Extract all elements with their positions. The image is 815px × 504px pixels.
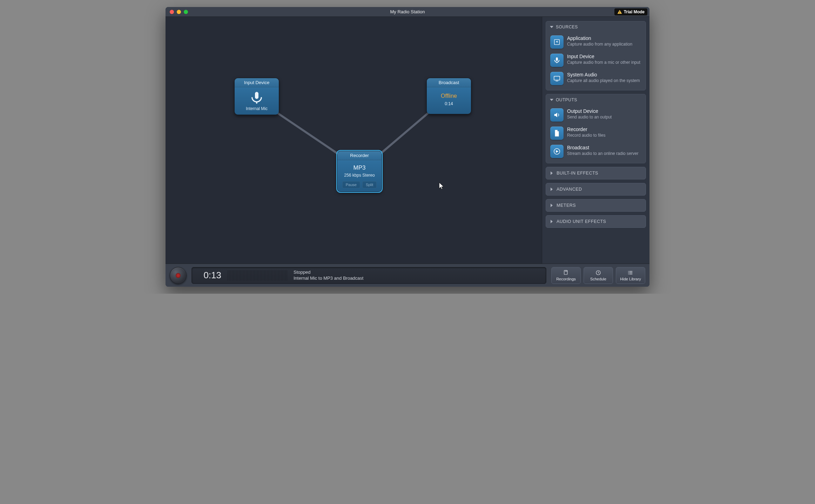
svg-rect-0 (619, 11, 620, 13)
library-sidebar: SOURCES Application Capture audio from a… (542, 17, 649, 264)
close-icon[interactable] (170, 10, 174, 14)
footer-bar: 0:13 Stopped Internal Mic to MP3 and Bro… (166, 264, 649, 287)
output-title: Output Device (567, 108, 612, 114)
source-application[interactable]: Application Capture audio from any appli… (549, 33, 643, 51)
connection-wires (166, 17, 542, 264)
svg-rect-1 (619, 13, 620, 13)
route-summary: Internal Mic to MP3 and Broadcast (294, 275, 363, 281)
status-lcd: 0:13 Stopped Internal Mic to MP3 and Bro… (191, 267, 546, 284)
minimize-icon[interactable] (177, 10, 181, 14)
panel-built-in-effects[interactable]: BUILT-IN EFFECTS (546, 167, 646, 179)
record-button[interactable] (170, 267, 187, 284)
node-header: Recorder (337, 151, 382, 160)
source-desc: Capture all audio played on the system (567, 78, 640, 83)
chevron-right-icon (550, 187, 554, 191)
source-title: Application (567, 35, 632, 41)
chevron-right-icon (550, 203, 554, 207)
svg-rect-5 (554, 76, 560, 80)
app-window: My Radio Station Trial Mode Input Device (166, 7, 649, 287)
list-icon (627, 270, 634, 276)
node-broadcast[interactable]: Broadcast Offline 0:14 (426, 78, 471, 114)
outputs-header-label: OUTPUTS (556, 97, 577, 102)
titlebar: My Radio Station Trial Mode (166, 7, 649, 17)
broadcast-time: 0:14 (445, 101, 453, 106)
application-icon (550, 35, 564, 49)
chevron-right-icon (550, 219, 554, 224)
recorder-detail: 256 kbps Stereo (344, 173, 375, 178)
chevron-right-icon (550, 171, 554, 175)
output-title: Broadcast (567, 145, 638, 151)
node-input-device[interactable]: Input Device Internal Mic (234, 78, 279, 115)
source-input-device[interactable]: Input Device Capture audio from a mic or… (549, 52, 643, 69)
traffic-lights (166, 10, 188, 14)
panel-sources: SOURCES Application Capture audio from a… (546, 21, 646, 90)
microphone-icon (250, 91, 264, 105)
collapsed-label: AUDIO UNIT EFFECTS (557, 219, 606, 224)
panel-header-sources[interactable]: SOURCES (546, 21, 646, 33)
lcd-grille (228, 270, 287, 281)
broadcast-icon (550, 145, 564, 158)
svg-point-11 (628, 272, 629, 273)
chevron-down-icon (550, 25, 554, 29)
recordings-button[interactable]: Recordings (551, 267, 581, 284)
output-desc: Stream audio to an online radio server (567, 151, 638, 156)
trial-mode-badge[interactable]: Trial Mode (614, 8, 647, 15)
source-system-audio[interactable]: System Audio Capture all audio played on… (549, 70, 643, 87)
collapsed-label: ADVANCED (557, 187, 582, 192)
monitor-icon (550, 72, 564, 85)
zoom-icon[interactable] (184, 10, 188, 14)
broadcast-status: Offline (441, 93, 457, 99)
transport-state: Stopped (294, 270, 363, 275)
input-device-label: Internal Mic (246, 106, 268, 111)
output-title: Recorder (567, 127, 605, 132)
output-broadcast[interactable]: Broadcast Stream audio to an online radi… (549, 143, 643, 160)
schedule-label: Schedule (590, 277, 606, 281)
hide-library-label: Hide Library (620, 277, 641, 281)
panel-outputs: OUTPUTS Output Device Send audio to an o… (546, 94, 646, 163)
cursor-icon (439, 182, 445, 191)
node-recorder[interactable]: Recorder MP3 256 kbps Stereo Pause Split (337, 151, 382, 192)
speaker-icon (550, 108, 564, 122)
warning-icon (617, 9, 622, 14)
node-header: Input Device (235, 78, 279, 87)
output-desc: Record audio to files (567, 133, 605, 138)
record-dot-icon (176, 273, 181, 278)
panel-header-outputs[interactable]: OUTPUTS (546, 94, 646, 105)
recordings-icon (563, 270, 569, 276)
chevron-down-icon (550, 98, 554, 102)
source-desc: Capture audio from any application (567, 42, 632, 47)
window-title: My Radio Station (166, 9, 649, 14)
svg-point-10 (628, 271, 629, 272)
panel-audio-unit-effects[interactable]: AUDIO UNIT EFFECTS (546, 215, 646, 228)
microphone-icon (550, 54, 564, 67)
node-body: Internal Mic (235, 87, 279, 115)
recorder-format: MP3 (353, 164, 366, 171)
svg-point-12 (628, 274, 629, 274)
schedule-button[interactable]: Schedule (584, 267, 613, 284)
source-desc: Capture audio from a mic or other input (567, 60, 640, 65)
pause-button[interactable]: Pause (342, 181, 360, 188)
elapsed-time: 0:13 (197, 270, 221, 281)
source-title: System Audio (567, 72, 640, 78)
panel-advanced[interactable]: ADVANCED (546, 183, 646, 196)
main-body: Input Device Internal Mic Recorder MP3 2… (166, 17, 649, 264)
source-title: Input Device (567, 54, 640, 60)
collapsed-label: BUILT-IN EFFECTS (557, 171, 598, 176)
trial-mode-label: Trial Mode (624, 9, 645, 14)
node-body: MP3 256 kbps Stereo Pause Split (337, 160, 382, 192)
recordings-label: Recordings (556, 277, 576, 281)
node-body: Offline 0:14 (427, 87, 471, 114)
split-button[interactable]: Split (362, 181, 377, 188)
pipeline-canvas[interactable]: Input Device Internal Mic Recorder MP3 2… (166, 17, 542, 264)
output-recorder[interactable]: Recorder Record audio to files (549, 124, 643, 142)
clock-icon (595, 270, 601, 276)
node-header: Broadcast (427, 78, 471, 87)
file-icon (550, 127, 564, 140)
hide-library-button[interactable]: Hide Library (616, 267, 645, 284)
output-desc: Send audio to an output (567, 115, 612, 120)
panel-meters[interactable]: METERS (546, 199, 646, 212)
sources-header-label: SOURCES (556, 25, 578, 29)
output-output-device[interactable]: Output Device Send audio to an output (549, 106, 643, 124)
collapsed-label: METERS (557, 203, 576, 208)
